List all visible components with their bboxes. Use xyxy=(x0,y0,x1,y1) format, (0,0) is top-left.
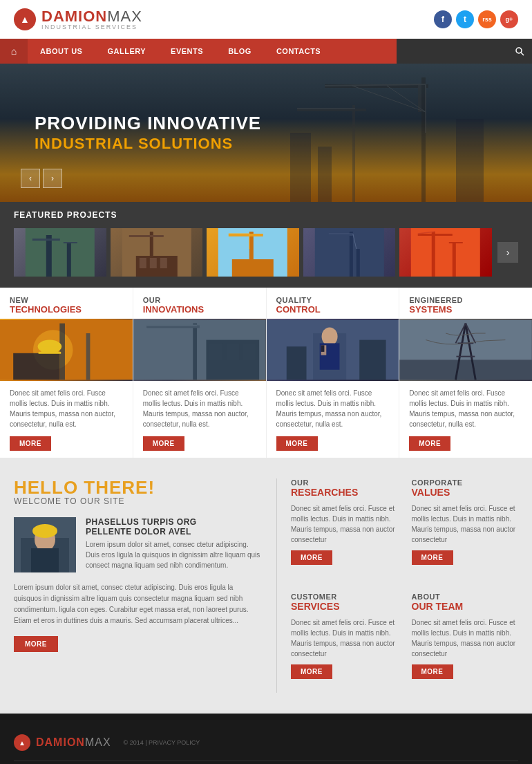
card-header: ENGINEERED SYSTEMS xyxy=(399,288,532,319)
card-title-bottom: TECHNOLOGIES xyxy=(10,304,123,315)
featured-thumb-4[interactable] xyxy=(303,228,396,277)
svg-rect-37 xyxy=(357,249,360,277)
panel-title-top: ABOUT xyxy=(412,593,519,601)
logo-text: DAMIONMAX INDUSTRIAL SERVICES xyxy=(41,9,142,30)
card-header: NEW TECHNOLOGIES xyxy=(0,288,133,319)
rss-icon[interactable]: rss xyxy=(478,10,496,28)
google-plus-icon[interactable]: g+ xyxy=(500,10,518,28)
footer-top: DAMIONMAX © 2014 | PRIVACY POLICY xyxy=(14,734,518,761)
card-image-quality xyxy=(267,319,399,381)
search-input[interactable] xyxy=(397,39,507,64)
panel-title-bottom: RESEARCHES xyxy=(291,487,398,498)
hero-section: PROVIDING INNOVATIVE INDUSTRIAL SOLUTION… xyxy=(0,64,532,202)
logo: DAMIONMAX INDUSTRIAL SERVICES xyxy=(14,8,142,30)
search-button[interactable] xyxy=(507,39,532,64)
home-nav-button[interactable]: ⌂ xyxy=(0,39,28,64)
card-title-top: QUALITY xyxy=(276,296,390,304)
featured-thumb-3[interactable] xyxy=(207,228,299,277)
svg-rect-42 xyxy=(453,242,456,277)
card-text: Donec sit amet felis orci. Fusce mollis … xyxy=(276,388,390,429)
panel-researches: OUR RESEARCHES Donec sit amet felis orci… xyxy=(291,478,398,565)
svg-rect-51 xyxy=(41,346,58,352)
right-panels-grid: OUR RESEARCHES Donec sit amet felis orci… xyxy=(291,478,518,693)
svg-line-1 xyxy=(521,53,524,55)
facebook-icon[interactable]: f xyxy=(434,10,452,28)
svg-rect-30 xyxy=(232,259,274,277)
svg-rect-47 xyxy=(59,324,65,380)
svg-rect-60 xyxy=(243,343,256,360)
panel-more-button[interactable]: MORE xyxy=(412,550,453,565)
hero-crane-decoration xyxy=(283,64,491,202)
featured-thumb-1[interactable] xyxy=(14,228,106,277)
svg-rect-67 xyxy=(286,346,306,380)
main-paragraph: Lorem ipsum dolor sit amet, consec ctetu… xyxy=(14,582,263,626)
panel-more-button[interactable]: MORE xyxy=(412,664,453,679)
card-more-button[interactable]: MORE xyxy=(409,436,450,451)
hero-title-line1: PROVIDING INNOVATIVE xyxy=(35,113,261,134)
card-body: Donec sit amet felis orci. Fusce mollis … xyxy=(399,381,532,458)
featured-thumb-2[interactable] xyxy=(111,228,203,277)
featured-thumb-5[interactable] xyxy=(399,228,492,277)
featured-next-button[interactable]: › xyxy=(497,242,518,263)
panel-text: Donec sit amet felis orci. Fusce et moll… xyxy=(412,503,519,545)
card-more-button[interactable]: MORE xyxy=(143,436,184,451)
card-more-button[interactable]: MORE xyxy=(276,436,318,451)
svg-line-8 xyxy=(352,86,426,112)
card-innovations: OUR INNOVATIONS Donec sit amet felis orc… xyxy=(133,288,267,458)
card-text: Donec sit amet felis orci. Fusce mollis … xyxy=(10,388,123,429)
card-title-top: ENGINEERED xyxy=(409,296,522,304)
profile-row: PHASELLUS TURPIS ORGPELLENTE DOLOR AVEL … xyxy=(14,517,263,572)
card-body: Donec sit amet felis orci. Fusce mollis … xyxy=(267,381,399,458)
twitter-icon[interactable]: t xyxy=(456,10,474,28)
panel-title-top: OUR xyxy=(291,478,398,487)
svg-rect-68 xyxy=(359,340,386,380)
cards-section: NEW TECHNOLOGIES Donec sit amet felis or… xyxy=(0,288,532,458)
svg-rect-34 xyxy=(350,232,353,277)
nav-events[interactable]: EVENTS xyxy=(158,39,216,64)
panel-title-top: CUSTOMER xyxy=(291,593,398,601)
card-engineered-systems: ENGINEERED SYSTEMS Donec sit amet felis … xyxy=(399,288,532,458)
panel-values: CORPORATE VALUES Donec sit amet felis or… xyxy=(412,478,519,565)
hello-more-button[interactable]: MORE xyxy=(14,636,58,652)
svg-rect-13 xyxy=(318,147,332,202)
right-column: OUR RESEARCHES Donec sit amet felis orci… xyxy=(276,478,518,693)
nav-blog[interactable]: BLOG xyxy=(216,39,264,64)
search-bar xyxy=(397,39,532,64)
nav-contacts[interactable]: CONTACTS xyxy=(264,39,333,64)
svg-rect-25 xyxy=(149,258,156,268)
card-image-innovations xyxy=(133,319,266,381)
card-title-bottom: SYSTEMS xyxy=(409,304,522,315)
card-header: OUR INNOVATIONS xyxy=(133,288,266,319)
svg-rect-26 xyxy=(160,258,167,268)
hero-next-button[interactable]: › xyxy=(43,169,62,188)
nav-gallery[interactable]: GALLERY xyxy=(95,39,158,64)
card-title-bottom: INNOVATIONS xyxy=(143,304,256,315)
card-more-button[interactable]: MORE xyxy=(10,436,51,451)
panel-title-bottom: OUR TEAM xyxy=(412,601,519,612)
logo-icon xyxy=(14,8,36,30)
panel-more-button[interactable]: MORE xyxy=(291,664,332,679)
profile-text: PHASELLUS TURPIS ORGPELLENTE DOLOR AVEL … xyxy=(86,517,263,570)
card-quality-control: QUALITY CONTROL Donec sit amet felis orc… xyxy=(267,288,400,458)
featured-thumbnails xyxy=(14,228,492,277)
svg-rect-29 xyxy=(229,234,263,236)
svg-rect-16 xyxy=(46,235,52,277)
svg-rect-9 xyxy=(352,105,355,202)
hero-arrows: ‹ › xyxy=(21,169,62,188)
svg-rect-41 xyxy=(418,234,453,236)
panel-more-button[interactable]: MORE xyxy=(291,550,332,565)
main-content-section: HELLO THERE! WELCOME TO OUR SITE PHASELL… xyxy=(0,458,532,714)
hero-prev-button[interactable]: ‹ xyxy=(21,169,40,188)
panel-text: Donec sit amet felis orci. Fusce et moll… xyxy=(291,503,398,545)
svg-rect-66 xyxy=(321,345,324,352)
svg-point-0 xyxy=(516,48,522,53)
card-text: Donec sit amet felis orci. Fusce mollis … xyxy=(409,388,522,429)
footer-logo-icon xyxy=(14,734,30,751)
nav-about-us[interactable]: ABOUT US xyxy=(28,39,95,64)
hello-title: HELLO THERE! xyxy=(14,478,263,496)
site-footer: DAMIONMAX © 2014 | PRIVACY POLICY ABOUT … xyxy=(0,714,532,764)
svg-rect-49 xyxy=(13,353,59,380)
footer-logo: DAMIONMAX xyxy=(14,734,111,751)
svg-rect-82 xyxy=(36,531,54,535)
svg-rect-59 xyxy=(226,343,239,360)
